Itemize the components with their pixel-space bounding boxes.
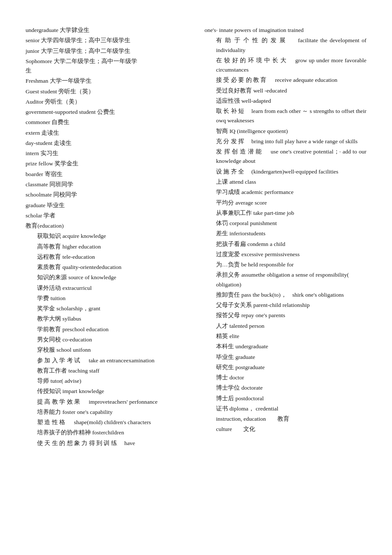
entry-doctor: 博士 doctor (205, 373, 366, 382)
entry-academic-performance: 学习成绩 academic performance (205, 188, 366, 197)
entry-average-score: 平均分 average score (205, 198, 366, 208)
left-column: undergraduate 大学肄业生 senior 大学四年级学生；高中三年级… (26, 26, 192, 449)
entry-postgraduate: 研究生 postgraduate (205, 363, 366, 372)
entry-day-student: day-student 走读生 (26, 139, 192, 148)
entry-classmate: classmate 同班同学 (26, 180, 192, 189)
entry-improve-teachers: 提 高 教 学 效 果 improveteachers' perfonnance (26, 397, 192, 407)
entry-freshman: Freshman 大学一年级学生 (26, 76, 192, 86)
entry-attend-class: 上课 attend class (205, 177, 366, 187)
entry-tele-education: 远程教育 tele-education (26, 252, 192, 262)
entry-repay-parents: 报答父母 repay one's parents (205, 311, 366, 320)
entry-innate-powers: one's· innate powers of imagination trai… (205, 26, 366, 35)
main-content: undergraduate 大学肄业生 senior 大学四年级学生；高中三年级… (26, 26, 366, 449)
entry-preschool: 学前教育 preschool education (26, 325, 192, 334)
entry-part-time-job: 从事兼职工作 take part-time job (205, 208, 366, 218)
entry-govt-student: government-supported student 公费生 (26, 107, 192, 117)
entry-development-individuality: 有 助 于 个 性 的 发 展 facilitate the developme… (205, 36, 366, 55)
entry-entrance-exam: 参 加 入 学 考 试 take an entranceexamination (26, 356, 192, 365)
entry-diploma: 证书 diploma， credential (205, 404, 366, 413)
entry-pass-buck: 推卸责任 pass the buck(to)， shirk one's obli… (205, 290, 366, 300)
entry-commoner: commoner 自费生 (26, 118, 192, 127)
entry-prize-fellow: prize fellow 奖学金生 (26, 159, 192, 168)
entry-quality-education: 素质教育 quality-orientededucation (26, 263, 192, 272)
entry-creative-potential: 发 挥 创 造 潜 能 use one's creative potential… (205, 147, 366, 166)
entry-tuition: 学费 tuition (26, 294, 192, 303)
entry-responsible-for: 为…负责 be held responsible for (205, 260, 366, 269)
entry-higher-education: 高等教育 higher education (26, 242, 192, 251)
entry-acquire-knowledge: 获取知识 acquire knowledge (26, 231, 192, 241)
entry-undergraduate-right: 本科生 undergraduate (205, 342, 366, 351)
entry-well-educated: 受过良好教育 well -educated (205, 86, 366, 95)
entry-well-equipped: 设 施 齐 全 (kindergarten)well-equipped faci… (205, 167, 366, 176)
entry-undergraduate: undergraduate 大学肄业生 (26, 26, 192, 35)
entry-co-education: 男女同校 co-education (26, 335, 192, 344)
entry-elite: 精英 elite (205, 332, 366, 341)
entry-scholarship: 奖学金 scholarship，grant (26, 304, 192, 313)
entry-well-adapted: 适应性强 well-adapted (205, 96, 366, 106)
entry-junior: junior 大学三年级学生；高中二年级学生 (26, 46, 192, 56)
entry-tutor: 导师 tutor( advise) (26, 376, 192, 386)
entry-culture: culture 文化 (205, 425, 366, 434)
entry-boarder: boarder 寄宿生 (26, 170, 192, 179)
entry-obligation: 承担义务 assumethe obligation a sense of res… (205, 270, 366, 289)
entry-guest-student: Guest student 旁听生（英） (26, 87, 192, 96)
entry-uniform: 穿校服 school unifonn (26, 345, 192, 355)
entry-impart-knowledge: 传授知识 impart knowledge (26, 387, 192, 396)
entry-graduate-right: 毕业生 graduate (205, 353, 366, 362)
entry-receive-education: 接 受 必 要 的 教 育 receive adequate education (205, 75, 366, 85)
entry-extern: extern 走读生 (26, 128, 192, 138)
entry-imagination-trained: 使 天 生 的 想 象 力 得 到 训 练 have (26, 439, 192, 448)
entry-full-play: 充 分 发 挥 bring into full play have a wide… (205, 137, 366, 146)
entry-iq: 智商 IQ (intelligence quotient) (205, 127, 366, 136)
entry-grow-up: 在 较 好 的 环 境 中 长 大 grow up under more fav… (205, 56, 366, 75)
entry-doctorate: 博士学位 doctorate (205, 383, 366, 393)
entry-shape-characters: 塑 造 性 格 shape(mold) children's character… (26, 418, 192, 427)
entry-foster-children: 培养孩子的协作精神 fosterchildren (26, 428, 192, 437)
entry-learn-from-each-other: 取 长 补 短 learn from each other ～ s streng… (205, 107, 366, 126)
entry-instruction-education: instruction, education 教育 (205, 414, 366, 424)
entry-source-knowledge: 知识的来源 source of knowledge (26, 273, 192, 282)
entry-parent-child: 父母子女关系 parent-child relationship (205, 301, 366, 310)
entry-corporal-punishment: 体罚 corporal punishment (205, 219, 366, 228)
entry-education-title: 教育(education) (26, 221, 192, 231)
entry-condemn-child: 把孩子看扁 condemn a child (205, 240, 366, 249)
entry-postdoctoral: 博士后 postdoctoral (205, 394, 366, 403)
entry-talented-person: 人才 talented person (205, 321, 366, 331)
entry-extracurricul: 课外活动 extracurricul (26, 283, 192, 293)
entry-schoolmate: schoolmate 同校同学 (26, 190, 192, 199)
entry-excessive-permissiveness: 过度宠爱 excessive permissiveness (205, 250, 366, 259)
entry-graduate: graduate 毕业生 (26, 201, 192, 210)
entry-foster-capability: 培养能力 foster one's capability (26, 408, 192, 417)
entry-sophomore: Sophomore 大学二年级学生；高中一年级学生 (26, 57, 192, 76)
entry-syllabus: 教学大纲 syllabus (26, 314, 192, 324)
entry-inferior-students: 差生 inferiorstudents (205, 229, 366, 238)
entry-scholar: scholar 学者 (26, 211, 192, 220)
entry-intern: intern 实习生 (26, 149, 192, 158)
entry-senior: senior 大学四年级学生；高中三年级学生 (26, 36, 192, 45)
right-column: one's· innate powers of imagination trai… (205, 26, 366, 449)
entry-teaching-staff: 教育工作者 teaching staff (26, 366, 192, 376)
entry-auditor: Auditor 旁听生（美） (26, 97, 192, 107)
